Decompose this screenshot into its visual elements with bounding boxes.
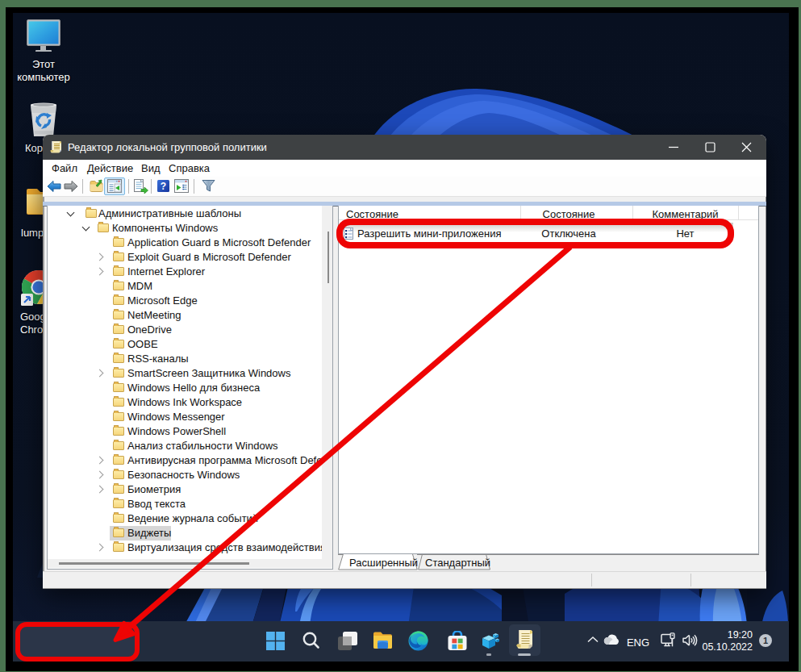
- svg-text:Стандартный: Стандартный: [425, 557, 490, 569]
- svg-text:?: ?: [161, 181, 166, 192]
- svg-text:Расширенный: Расширенный: [349, 557, 418, 569]
